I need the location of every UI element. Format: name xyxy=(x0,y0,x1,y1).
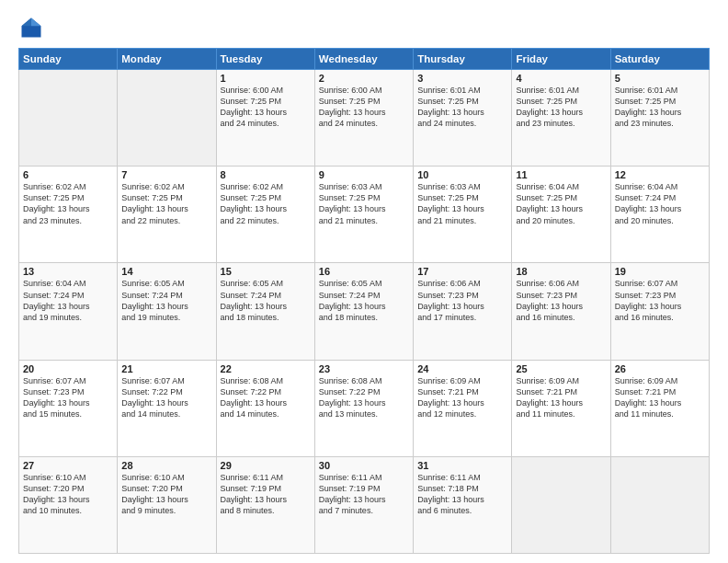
calendar-cell: 29Sunrise: 6:11 AM Sunset: 7:19 PM Dayli… xyxy=(216,456,314,553)
day-number: 22 xyxy=(221,363,311,374)
calendar-cell: 31Sunrise: 6:11 AM Sunset: 7:18 PM Dayli… xyxy=(414,456,512,553)
day-info: Sunrise: 6:10 AM Sunset: 7:20 PM Dayligh… xyxy=(23,472,113,517)
day-info: Sunrise: 6:05 AM Sunset: 7:24 PM Dayligh… xyxy=(319,278,409,323)
calendar-cell: 16Sunrise: 6:05 AM Sunset: 7:24 PM Dayli… xyxy=(314,263,413,360)
calendar-cell: 5Sunrise: 6:01 AM Sunset: 7:25 PM Daylig… xyxy=(610,70,709,167)
day-info: Sunrise: 6:01 AM Sunset: 7:25 PM Dayligh… xyxy=(516,85,606,130)
calendar-cell: 24Sunrise: 6:09 AM Sunset: 7:21 PM Dayli… xyxy=(414,360,512,456)
calendar-cell: 10Sunrise: 6:03 AM Sunset: 7:25 PM Dayli… xyxy=(414,167,512,263)
calendar-cell xyxy=(610,456,709,553)
day-info: Sunrise: 6:04 AM Sunset: 7:25 PM Dayligh… xyxy=(516,181,606,226)
day-info: Sunrise: 6:02 AM Sunset: 7:25 PM Dayligh… xyxy=(23,181,113,226)
calendar-week-row: 1Sunrise: 6:00 AM Sunset: 7:25 PM Daylig… xyxy=(19,70,710,167)
day-number: 2 xyxy=(319,73,409,84)
day-number: 16 xyxy=(319,266,409,277)
day-number: 8 xyxy=(221,169,311,180)
day-info: Sunrise: 6:09 AM Sunset: 7:21 PM Dayligh… xyxy=(615,375,705,420)
weekday-header: Monday xyxy=(118,49,216,70)
svg-marker-2 xyxy=(22,18,32,27)
day-info: Sunrise: 6:07 AM Sunset: 7:23 PM Dayligh… xyxy=(23,375,113,420)
day-number: 14 xyxy=(121,266,211,277)
day-number: 26 xyxy=(615,363,705,374)
calendar-cell xyxy=(512,456,610,553)
calendar-cell: 30Sunrise: 6:11 AM Sunset: 7:19 PM Dayli… xyxy=(314,456,413,553)
day-info: Sunrise: 6:01 AM Sunset: 7:25 PM Dayligh… xyxy=(417,85,507,130)
weekday-header: Wednesday xyxy=(314,49,413,70)
day-number: 3 xyxy=(417,73,507,84)
calendar-week-row: 27Sunrise: 6:10 AM Sunset: 7:20 PM Dayli… xyxy=(19,456,710,553)
day-info: Sunrise: 6:07 AM Sunset: 7:23 PM Dayligh… xyxy=(615,278,705,323)
day-number: 6 xyxy=(23,169,113,180)
day-info: Sunrise: 6:08 AM Sunset: 7:22 PM Dayligh… xyxy=(319,375,409,420)
calendar-cell: 11Sunrise: 6:04 AM Sunset: 7:25 PM Dayli… xyxy=(512,167,610,263)
day-number: 12 xyxy=(615,169,705,180)
calendar-cell: 28Sunrise: 6:10 AM Sunset: 7:20 PM Dayli… xyxy=(118,456,216,553)
weekday-header: Saturday xyxy=(610,49,709,70)
calendar-cell: 1Sunrise: 6:00 AM Sunset: 7:25 PM Daylig… xyxy=(216,70,314,167)
day-number: 9 xyxy=(319,169,409,180)
day-number: 17 xyxy=(417,266,507,277)
day-info: Sunrise: 6:06 AM Sunset: 7:23 PM Dayligh… xyxy=(516,278,606,323)
day-info: Sunrise: 6:05 AM Sunset: 7:24 PM Dayligh… xyxy=(221,278,311,323)
weekday-header: Sunday xyxy=(19,49,118,70)
calendar-cell: 14Sunrise: 6:05 AM Sunset: 7:24 PM Dayli… xyxy=(118,263,216,360)
calendar-week-row: 13Sunrise: 6:04 AM Sunset: 7:24 PM Dayli… xyxy=(19,263,710,360)
day-number: 31 xyxy=(417,460,507,471)
day-info: Sunrise: 6:06 AM Sunset: 7:23 PM Dayligh… xyxy=(417,278,507,323)
logo-icon xyxy=(18,15,44,40)
day-info: Sunrise: 6:07 AM Sunset: 7:22 PM Dayligh… xyxy=(121,375,211,420)
day-number: 27 xyxy=(23,460,113,471)
calendar-cell: 7Sunrise: 6:02 AM Sunset: 7:25 PM Daylig… xyxy=(118,167,216,263)
calendar-cell: 20Sunrise: 6:07 AM Sunset: 7:23 PM Dayli… xyxy=(19,360,118,456)
day-info: Sunrise: 6:04 AM Sunset: 7:24 PM Dayligh… xyxy=(23,278,113,323)
day-info: Sunrise: 6:11 AM Sunset: 7:19 PM Dayligh… xyxy=(221,472,311,517)
day-info: Sunrise: 6:11 AM Sunset: 7:18 PM Dayligh… xyxy=(417,472,507,517)
day-info: Sunrise: 6:03 AM Sunset: 7:25 PM Dayligh… xyxy=(417,181,507,226)
day-number: 13 xyxy=(23,266,113,277)
day-info: Sunrise: 6:00 AM Sunset: 7:25 PM Dayligh… xyxy=(319,85,409,130)
day-info: Sunrise: 6:04 AM Sunset: 7:24 PM Dayligh… xyxy=(615,181,705,226)
day-info: Sunrise: 6:01 AM Sunset: 7:25 PM Dayligh… xyxy=(615,85,705,130)
day-number: 18 xyxy=(516,266,606,277)
weekday-header: Friday xyxy=(512,49,610,70)
page: SundayMondayTuesdayWednesdayThursdayFrid… xyxy=(0,0,728,563)
calendar-cell: 3Sunrise: 6:01 AM Sunset: 7:25 PM Daylig… xyxy=(414,70,512,167)
day-number: 28 xyxy=(121,460,211,471)
calendar-cell: 4Sunrise: 6:01 AM Sunset: 7:25 PM Daylig… xyxy=(512,70,610,167)
day-number: 25 xyxy=(516,363,606,374)
day-info: Sunrise: 6:00 AM Sunset: 7:25 PM Dayligh… xyxy=(221,85,311,130)
weekday-header: Thursday xyxy=(414,49,512,70)
calendar-cell: 27Sunrise: 6:10 AM Sunset: 7:20 PM Dayli… xyxy=(19,456,118,553)
day-number: 23 xyxy=(319,363,409,374)
calendar-cell: 17Sunrise: 6:06 AM Sunset: 7:23 PM Dayli… xyxy=(414,263,512,360)
day-number: 5 xyxy=(615,73,705,84)
calendar-cell: 26Sunrise: 6:09 AM Sunset: 7:21 PM Dayli… xyxy=(610,360,709,456)
calendar-header-row: SundayMondayTuesdayWednesdayThursdayFrid… xyxy=(19,49,710,70)
weekday-header: Tuesday xyxy=(216,49,314,70)
day-number: 10 xyxy=(417,169,507,180)
calendar: SundayMondayTuesdayWednesdayThursdayFrid… xyxy=(18,48,710,554)
day-number: 21 xyxy=(121,363,211,374)
calendar-cell: 8Sunrise: 6:02 AM Sunset: 7:25 PM Daylig… xyxy=(216,167,314,263)
day-number: 1 xyxy=(221,73,311,84)
day-info: Sunrise: 6:02 AM Sunset: 7:25 PM Dayligh… xyxy=(221,181,311,226)
day-number: 30 xyxy=(319,460,409,471)
calendar-cell xyxy=(118,70,216,167)
calendar-cell: 13Sunrise: 6:04 AM Sunset: 7:24 PM Dayli… xyxy=(19,263,118,360)
day-info: Sunrise: 6:08 AM Sunset: 7:22 PM Dayligh… xyxy=(221,375,311,420)
calendar-cell: 9Sunrise: 6:03 AM Sunset: 7:25 PM Daylig… xyxy=(314,167,413,263)
day-number: 19 xyxy=(615,266,705,277)
day-info: Sunrise: 6:11 AM Sunset: 7:19 PM Dayligh… xyxy=(319,472,409,517)
calendar-cell: 25Sunrise: 6:09 AM Sunset: 7:21 PM Dayli… xyxy=(512,360,610,456)
day-info: Sunrise: 6:05 AM Sunset: 7:24 PM Dayligh… xyxy=(121,278,211,323)
day-number: 7 xyxy=(121,169,211,180)
day-number: 29 xyxy=(221,460,311,471)
day-info: Sunrise: 6:03 AM Sunset: 7:25 PM Dayligh… xyxy=(319,181,409,226)
day-number: 15 xyxy=(221,266,311,277)
day-number: 20 xyxy=(23,363,113,374)
calendar-cell: 19Sunrise: 6:07 AM Sunset: 7:23 PM Dayli… xyxy=(610,263,709,360)
day-info: Sunrise: 6:09 AM Sunset: 7:21 PM Dayligh… xyxy=(417,375,507,420)
calendar-cell: 6Sunrise: 6:02 AM Sunset: 7:25 PM Daylig… xyxy=(19,167,118,263)
calendar-week-row: 20Sunrise: 6:07 AM Sunset: 7:23 PM Dayli… xyxy=(19,360,710,456)
calendar-cell: 22Sunrise: 6:08 AM Sunset: 7:22 PM Dayli… xyxy=(216,360,314,456)
